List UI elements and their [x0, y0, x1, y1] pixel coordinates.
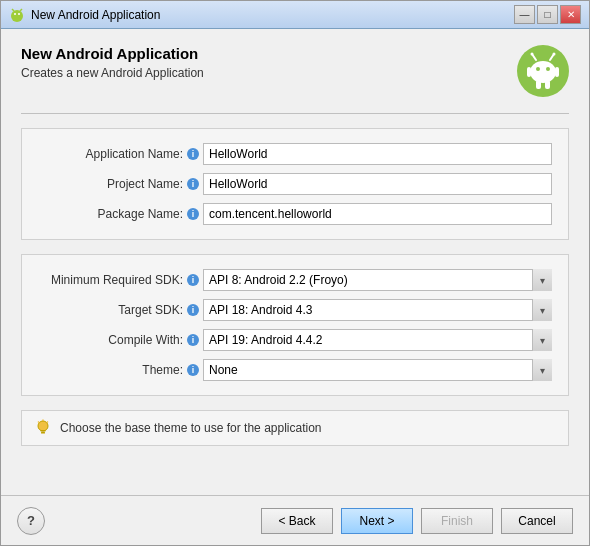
project-name-input[interactable] — [203, 173, 552, 195]
title-bar: New Android Application — □ ✕ — [1, 1, 589, 29]
svg-rect-17 — [545, 80, 550, 89]
cancel-button[interactable]: Cancel — [501, 508, 573, 534]
footer-buttons: < Back Next > Finish Cancel — [261, 508, 573, 534]
package-name-row: Package Name: i — [38, 203, 552, 225]
window-icon — [9, 7, 25, 23]
target-sdk-label: Target SDK: — [38, 303, 183, 317]
project-name-row: Project Name: i — [38, 173, 552, 195]
header-separator — [21, 113, 569, 114]
svg-point-18 — [38, 421, 48, 431]
svg-rect-16 — [536, 80, 541, 89]
min-sdk-label: Minimum Required SDK: — [38, 273, 183, 287]
svg-line-23 — [38, 422, 39, 423]
dialog-subtitle: Creates a new Android Application — [21, 66, 517, 80]
hint-section: Choose the base theme to use for the app… — [21, 410, 569, 446]
content-area: New Android Application Creates a new An… — [1, 29, 589, 495]
application-name-row: Application Name: i — [38, 143, 552, 165]
help-button[interactable]: ? — [17, 507, 45, 535]
svg-rect-15 — [555, 67, 559, 77]
min-sdk-info-icon[interactable]: i — [187, 274, 199, 286]
bulb-icon — [34, 419, 52, 437]
header-section: New Android Application Creates a new An… — [21, 45, 569, 97]
compile-with-label: Compile With: — [38, 333, 183, 347]
window-title: New Android Application — [31, 8, 514, 22]
close-button[interactable]: ✕ — [560, 5, 581, 24]
dialog-title: New Android Application — [21, 45, 517, 62]
application-name-label: Application Name: — [38, 147, 183, 161]
android-logo — [517, 45, 569, 97]
back-button[interactable]: < Back — [261, 508, 333, 534]
compile-with-select-wrapper: API 19: Android 4.4.2 ▾ — [203, 329, 552, 351]
package-name-label: Package Name: — [38, 207, 183, 221]
dialog-footer: ? < Back Next > Finish Cancel — [1, 495, 589, 545]
min-sdk-row: Minimum Required SDK: i API 8: Android 2… — [38, 269, 552, 291]
svg-point-3 — [18, 13, 20, 15]
application-name-input[interactable] — [203, 143, 552, 165]
theme-label: Theme: — [38, 363, 183, 377]
svg-line-5 — [20, 9, 22, 11]
maximize-button[interactable]: □ — [537, 5, 558, 24]
target-sdk-select-wrapper: API 18: Android 4.3 ▾ — [203, 299, 552, 321]
min-sdk-select[interactable]: API 8: Android 2.2 (Froyo) — [203, 269, 552, 291]
theme-select[interactable]: None — [203, 359, 552, 381]
svg-point-9 — [531, 53, 534, 56]
compile-with-row: Compile With: i API 19: Android 4.4.2 ▾ — [38, 329, 552, 351]
next-button[interactable]: Next > — [341, 508, 413, 534]
dialog-window: New Android Application — □ ✕ New Androi… — [0, 0, 590, 546]
svg-rect-14 — [527, 67, 531, 77]
target-sdk-select[interactable]: API 18: Android 4.3 — [203, 299, 552, 321]
svg-line-4 — [12, 9, 14, 11]
svg-point-13 — [546, 67, 550, 71]
target-sdk-info-icon[interactable]: i — [187, 304, 199, 316]
header-text: New Android Application Creates a new An… — [21, 45, 517, 80]
compile-with-info-icon[interactable]: i — [187, 334, 199, 346]
svg-rect-20 — [41, 432, 45, 434]
svg-point-10 — [553, 53, 556, 56]
package-name-input[interactable] — [203, 203, 552, 225]
hint-text: Choose the base theme to use for the app… — [60, 421, 322, 435]
application-info-form: Application Name: i Project Name: i Pack… — [21, 128, 569, 240]
application-name-info-icon[interactable]: i — [187, 148, 199, 160]
svg-point-12 — [536, 67, 540, 71]
theme-select-wrapper: None ▾ — [203, 359, 552, 381]
package-name-info-icon[interactable]: i — [187, 208, 199, 220]
min-sdk-select-wrapper: API 8: Android 2.2 (Froyo) ▾ — [203, 269, 552, 291]
window-controls: — □ ✕ — [514, 5, 581, 24]
theme-info-icon[interactable]: i — [187, 364, 199, 376]
content-spacer — [21, 456, 569, 485]
svg-rect-1 — [14, 16, 20, 21]
sdk-form: Minimum Required SDK: i API 8: Android 2… — [21, 254, 569, 396]
svg-rect-19 — [41, 430, 46, 432]
theme-row: Theme: i None ▾ — [38, 359, 552, 381]
finish-button[interactable]: Finish — [421, 508, 493, 534]
minimize-button[interactable]: — — [514, 5, 535, 24]
target-sdk-row: Target SDK: i API 18: Android 4.3 ▾ — [38, 299, 552, 321]
project-name-label: Project Name: — [38, 177, 183, 191]
compile-with-select[interactable]: API 19: Android 4.4.2 — [203, 329, 552, 351]
svg-point-2 — [14, 13, 16, 15]
svg-line-22 — [47, 422, 48, 423]
project-name-info-icon[interactable]: i — [187, 178, 199, 190]
svg-point-11 — [530, 61, 556, 83]
